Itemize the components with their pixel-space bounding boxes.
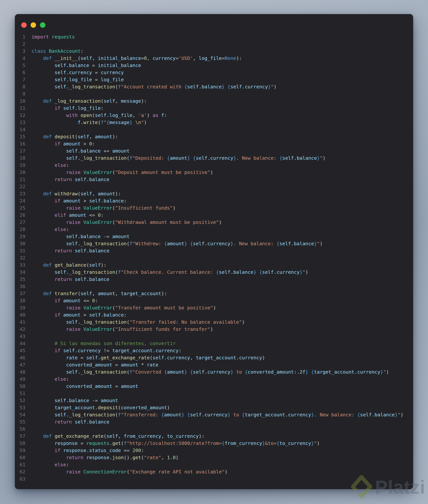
code-line: 29 self.balance -= amount [15, 233, 413, 240]
code-line: 50 converted_amount = amount [15, 382, 413, 390]
line-number: 37 [15, 290, 25, 297]
line-number: 42 [15, 325, 25, 333]
code-line: 38 if amount <= 0: [15, 297, 413, 304]
line-number: 1 [15, 33, 25, 40]
code-line: 13 f.write(f"{message} \n") [15, 119, 413, 126]
code-line: 18 self._log_transaction(f"Deposited: {a… [15, 154, 413, 162]
line-number: 49 [15, 375, 25, 382]
line-number: 43 [15, 333, 25, 340]
line-number: 29 [15, 233, 25, 240]
code-line: 45 if self.currency != target_account.cu… [15, 347, 413, 354]
minimize-button[interactable] [31, 22, 36, 28]
code-line: 4 def __init__(self, initial_balance=0, … [15, 55, 413, 62]
code-line: 52 self.balance -= amount [15, 397, 413, 404]
line-number: 40 [15, 311, 25, 318]
code-line: 36 [15, 283, 413, 290]
line-number: 63 [15, 475, 25, 482]
line-number: 61 [15, 461, 25, 468]
line-number: 6 [15, 69, 25, 76]
code-line: 55 return self.balance [15, 418, 413, 425]
line-number: 34 [15, 268, 25, 276]
maximize-button[interactable] [40, 22, 45, 28]
code-line: 40 if amount > self.balance: [15, 311, 413, 318]
line-number: 55 [15, 418, 25, 425]
code-line: 48 self._log_transaction(f"Converted {am… [15, 368, 413, 375]
line-number: 7 [15, 76, 25, 83]
code-line: 3class BankAccount: [15, 48, 413, 55]
line-number: 39 [15, 304, 25, 311]
code-editor: 1import requests23class BankAccount:4 de… [15, 33, 413, 482]
code-line: 39 raise ValueError("Transfer amount mus… [15, 304, 413, 311]
line-number: 48 [15, 368, 25, 375]
code-line: 35 return self.balance [15, 276, 413, 283]
line-number: 13 [15, 119, 25, 126]
line-number: 56 [15, 425, 25, 432]
line-number: 8 [15, 83, 25, 90]
line-number: 41 [15, 318, 25, 325]
code-line: 14 [15, 126, 413, 133]
line-number: 20 [15, 169, 25, 176]
code-line: 11 if self.log_file: [15, 105, 413, 112]
code-line: 26 elif amount <= 0: [15, 211, 413, 219]
code-line: 8 self._log_transaction(f"Account create… [15, 83, 413, 90]
line-number: 45 [15, 347, 25, 354]
line-number: 51 [15, 390, 25, 397]
code-line: 31 return self.balance [15, 247, 413, 254]
code-line: 2 [15, 40, 413, 48]
line-number: 2 [15, 40, 25, 48]
code-line: 42 raise ValueError("Insufficient funds … [15, 325, 413, 333]
window-titlebar [15, 14, 413, 33]
code-line: 58 response = requests.get(f"http://loca… [15, 440, 413, 447]
line-number: 5 [15, 62, 25, 69]
line-number: 22 [15, 183, 25, 190]
code-line: 21 return self.balance [15, 176, 413, 183]
line-number: 46 [15, 354, 25, 361]
line-number: 36 [15, 283, 25, 290]
line-number: 54 [15, 411, 25, 418]
line-number: 38 [15, 297, 25, 304]
code-line: 25 raise ValueError("Insufficient funds"… [15, 204, 413, 211]
code-line: 15 def deposit(self, amount): [15, 133, 413, 140]
code-line: 30 self._log_transaction(f"Withdrew: {am… [15, 240, 413, 247]
code-line: 54 self._log_transaction(f"Transferred: … [15, 411, 413, 418]
code-line: 24 if amount > self.balance: [15, 197, 413, 204]
line-number: 15 [15, 133, 25, 140]
code-line: 62 raise ConnectionError("Exchange rate … [15, 468, 413, 475]
line-number: 58 [15, 440, 25, 447]
code-line: 53 target_account.deposit(converted_amou… [15, 404, 413, 411]
line-number: 62 [15, 468, 25, 475]
line-number: 11 [15, 105, 25, 112]
line-number: 14 [15, 126, 25, 133]
code-line: 7 self.log_file = log_file [15, 76, 413, 83]
line-number: 27 [15, 219, 25, 226]
code-line: 1import requests [15, 33, 413, 40]
code-line: 43 [15, 333, 413, 340]
line-number: 44 [15, 340, 25, 347]
code-line: 23 def withdraw(self, amount): [15, 190, 413, 197]
line-number: 32 [15, 254, 25, 261]
line-number: 25 [15, 204, 25, 211]
code-line: 46 rate = self.get_exchange_rate(self.cu… [15, 354, 413, 361]
line-number: 9 [15, 90, 25, 98]
code-line: 27 raise ValueError("Withdrawal amount m… [15, 219, 413, 226]
code-line: 59 if response.status_code == 200: [15, 447, 413, 454]
close-button[interactable] [21, 22, 27, 28]
line-number: 12 [15, 112, 25, 119]
line-number: 30 [15, 240, 25, 247]
code-line: 20 raise ValueError("Deposit amount must… [15, 169, 413, 176]
line-number: 19 [15, 162, 25, 169]
line-number: 3 [15, 48, 25, 55]
code-line: 9 [15, 90, 413, 98]
code-line: 49 else: [15, 375, 413, 382]
line-number: 60 [15, 454, 25, 461]
line-number: 57 [15, 432, 25, 440]
code-line: 51 [15, 390, 413, 397]
line-number: 23 [15, 190, 25, 197]
line-number: 24 [15, 197, 25, 204]
code-line: 37 def transfer(self, amount, target_acc… [15, 290, 413, 297]
code-line: 56 [15, 425, 413, 432]
code-line: 5 self.balance = initial_balance [15, 62, 413, 69]
line-number: 21 [15, 176, 25, 183]
code-line: 41 self._log_transaction("Transfer faile… [15, 318, 413, 325]
line-number: 26 [15, 211, 25, 219]
